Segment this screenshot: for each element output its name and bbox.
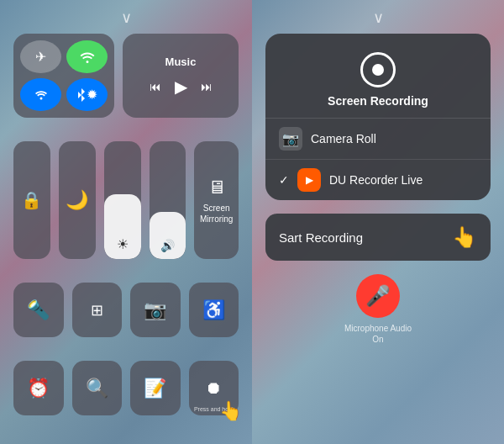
airplane-mode-button[interactable]: ✈ — [20, 40, 61, 73]
du-recorder-option[interactable]: ✓ ▶ DU Recorder Live — [265, 160, 491, 200]
orientation-lock-icon: 🔒 — [21, 190, 42, 210]
screen-mirroring-label: ScreenMirroring — [200, 203, 233, 225]
brightness-icon: ☀ — [117, 236, 129, 252]
next-button[interactable]: ⏭ — [201, 80, 213, 93]
microphone-container: 🎤 Microphone AudioOn — [265, 274, 491, 345]
alarm-icon: ⏰ — [27, 378, 50, 399]
calculator-button[interactable]: ⊞ — [72, 283, 123, 337]
record-inner-dot — [372, 64, 384, 76]
calculator-icon: ⊞ — [91, 301, 103, 320]
camera-roll-label: Camera Roll — [311, 132, 477, 145]
screen-recording-popup: Screen Recording 📷 Camera Roll ✓ ▶ DU Re… — [265, 34, 491, 200]
zoom-button[interactable]: 🔍 — [72, 361, 123, 415]
left-panel: ∨ ✈ — [0, 0, 252, 444]
screen-mirroring-button[interactable]: 🖥 ScreenMirroring — [194, 141, 239, 259]
camera-icon: 📷 — [144, 299, 166, 321]
moon-icon: 🌙 — [66, 189, 88, 211]
microphone-icon: 🎤 — [365, 284, 391, 308]
play-button[interactable]: ▶ — [175, 77, 187, 97]
screen-mirroring-icon: 🖥 — [207, 177, 226, 198]
bluetooth-button[interactable]: ✹ — [66, 78, 108, 111]
control-grid: ✈ ✹ — [13, 34, 239, 431]
cellular-button[interactable] — [20, 78, 61, 111]
accessibility-button[interactable]: ♿ — [189, 283, 239, 337]
camera-roll-option[interactable]: 📷 Camera Roll — [265, 119, 491, 160]
hand-cursor-icon: 👆 — [219, 400, 242, 422]
du-recorder-label: DU Recorder Live — [329, 173, 477, 187]
tiles-row4: ⏰ 🔍 📝 ⏺ Press and hold 👆 — [13, 361, 239, 431]
camera-roll-icon: 📷 — [279, 127, 302, 151]
start-recording-button[interactable]: Sart Recording 👆 — [265, 214, 491, 261]
right-panel: ∨ Screen Recording 📷 Camera Roll ✓ ▶ DU … — [252, 0, 504, 444]
accessibility-icon: ♿ — [202, 299, 225, 321]
volume-icon: 🔊 — [160, 239, 175, 252]
right-chevron: ∨ — [373, 8, 384, 27]
checkmark-icon: ✓ — [279, 173, 289, 187]
alarm-button[interactable]: ⏰ — [13, 361, 64, 415]
do-not-disturb-button[interactable]: 🌙 — [59, 141, 96, 259]
start-recording-label: Sart Recording — [279, 230, 363, 245]
microphone-label: Microphone AudioOn — [344, 323, 412, 345]
flashlight-icon: 🔦 — [27, 299, 50, 321]
middle-row: 🔒 🌙 ☀ 🔊 🖥 ScreenMirroring — [13, 141, 239, 259]
popup-header: Screen Recording — [265, 45, 491, 119]
microphone-button[interactable]: 🎤 — [356, 274, 400, 318]
wifi-button[interactable] — [66, 40, 108, 73]
top-row: ✈ ✹ — [13, 34, 239, 133]
du-recorder-icon: ▶ — [297, 168, 321, 192]
start-recording-hand-icon: 👆 — [452, 225, 477, 249]
camera-button[interactable]: 📷 — [130, 283, 181, 337]
notes-button[interactable]: 📝 — [130, 361, 181, 415]
svg-point-0 — [39, 97, 42, 99]
music-title: Music — [165, 56, 197, 68]
prev-button[interactable]: ⏮ — [150, 80, 161, 93]
brightness-slider[interactable]: ☀ — [104, 141, 141, 259]
flashlight-button[interactable]: 🔦 — [13, 283, 64, 337]
record-circle-icon — [360, 52, 396, 87]
zoom-icon: 🔍 — [86, 378, 108, 399]
screen-record-button[interactable]: ⏺ Press and hold 👆 — [189, 361, 239, 415]
tiles-row3: 🔦 ⊞ 📷 ♿ — [13, 283, 239, 352]
right-panel-content: Screen Recording 📷 Camera Roll ✓ ▶ DU Re… — [265, 34, 491, 431]
connectivity-block: ✈ ✹ — [13, 34, 114, 118]
music-block: Music ⏮ ▶ ⏭ — [123, 34, 239, 118]
record-icon: ⏺ — [205, 378, 222, 398]
volume-slider[interactable]: 🔊 — [150, 141, 186, 259]
left-chevron: ∨ — [121, 8, 132, 27]
orientation-lock-button[interactable]: 🔒 — [13, 141, 50, 259]
popup-title: Screen Recording — [328, 94, 428, 108]
music-controls: ⏮ ▶ ⏭ — [150, 77, 213, 97]
notes-icon: 📝 — [144, 378, 166, 399]
